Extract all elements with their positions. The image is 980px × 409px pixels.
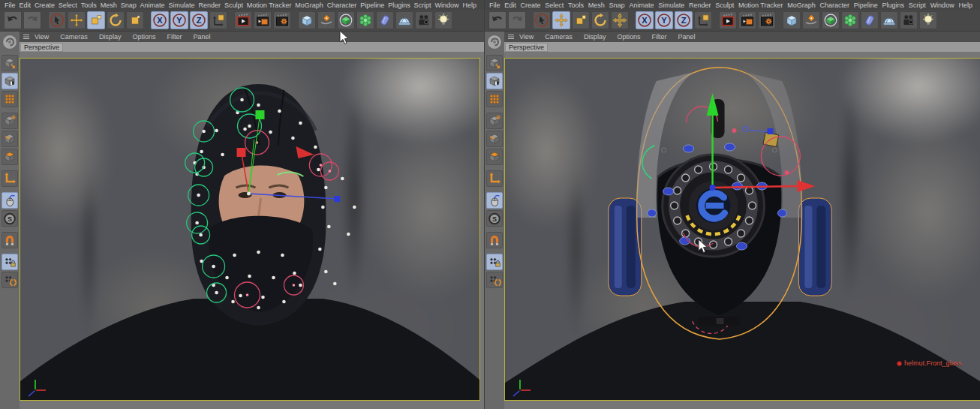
coordinate-system-button[interactable] — [694, 11, 712, 29]
viewport-menu-item[interactable]: Panel — [678, 33, 695, 41]
menu-item[interactable]: Plugins — [882, 2, 905, 9]
x-axis-lock-button[interactable]: X — [151, 11, 169, 29]
scale-tool-button[interactable] — [572, 11, 590, 29]
sidebar-model-mode[interactable] — [2, 73, 18, 89]
menu-item[interactable]: Animate — [140, 2, 165, 9]
menu-item[interactable]: Mesh — [588, 2, 605, 9]
menu-item[interactable]: Animate — [629, 2, 654, 9]
sidebar-snap-state[interactable]: S — [486, 210, 503, 227]
generators-button[interactable] — [337, 11, 355, 29]
menu-item[interactable]: Create — [35, 2, 55, 9]
sidebar-workplane[interactable] — [2, 272, 18, 288]
add-cube-button[interactable] — [783, 11, 801, 29]
viewport-menu-item[interactable]: Filter — [651, 33, 666, 41]
sidebar-model-mode[interactable] — [486, 73, 503, 89]
render-picture-viewer-button[interactable] — [254, 11, 272, 29]
viewport-menu-item[interactable]: Display — [99, 33, 122, 41]
sidebar-edges-mode[interactable] — [2, 131, 18, 147]
menu-item[interactable]: Select — [59, 2, 77, 9]
grid-icon[interactable] — [23, 33, 30, 41]
menu-item[interactable]: Select — [545, 2, 564, 9]
sidebar-workplane-lock[interactable] — [2, 254, 18, 270]
menu-item[interactable]: Mesh — [101, 2, 117, 9]
rotate-tool-button[interactable] — [107, 11, 125, 29]
viewport-menu-item[interactable]: Display — [584, 33, 606, 41]
menu-item[interactable]: Simulate — [658, 2, 684, 9]
menu-item[interactable]: MoGraph — [787, 2, 816, 9]
y-axis-lock-button[interactable]: Y — [655, 11, 673, 29]
undo-button[interactable] — [488, 11, 507, 29]
spline-pen-button[interactable] — [317, 11, 335, 29]
sidebar-workplane-lock[interactable] — [486, 254, 503, 270]
menu-item[interactable]: Motion Tracker — [247, 2, 292, 9]
z-axis-lock-button[interactable]: Z — [675, 11, 693, 29]
menu-item[interactable]: Snap — [121, 2, 137, 9]
add-cube-button[interactable] — [298, 11, 316, 29]
sidebar-polygons-mode[interactable] — [486, 149, 503, 165]
last-tool-button[interactable] — [126, 11, 144, 29]
menu-item[interactable]: Render — [689, 2, 711, 9]
helmet-ear-right[interactable] — [798, 198, 831, 296]
c4d-logo-icon[interactable] — [2, 33, 18, 51]
menu-item[interactable]: Tools — [81, 2, 97, 9]
viewport-menu-item[interactable]: View — [35, 33, 49, 41]
menu-item[interactable]: Simulate — [169, 2, 195, 9]
viewport-perspective[interactable]: helmut.Front_glass — [20, 58, 480, 401]
menu-item[interactable]: Motion Tracker — [738, 2, 783, 9]
sidebar-polygons-mode[interactable] — [2, 149, 18, 165]
menu-item[interactable]: Edit — [19, 2, 31, 9]
sidebar-points-mode[interactable] — [486, 113, 503, 129]
menu-item[interactable]: Window — [930, 2, 954, 9]
live-selection-button[interactable] — [533, 11, 551, 29]
viewport-menu-item[interactable]: Panel — [193, 33, 210, 41]
menu-item[interactable]: Render — [198, 2, 221, 9]
menu-item[interactable]: Help — [958, 2, 972, 9]
menu-item[interactable]: Plugins — [388, 2, 410, 9]
mograph-button[interactable] — [356, 11, 374, 29]
sidebar-make-editable[interactable] — [2, 55, 18, 71]
menu-item[interactable]: Script — [909, 2, 926, 9]
deformers-button[interactable] — [861, 11, 879, 29]
sidebar-enable-axis[interactable] — [486, 170, 503, 187]
sidebar-tweak-mode[interactable] — [2, 192, 18, 209]
menu-item[interactable]: Create — [521, 2, 541, 9]
viewport-menu-item[interactable]: Filter — [167, 33, 182, 41]
render-view-button[interactable] — [234, 11, 252, 29]
menu-item[interactable]: Pipeline — [360, 2, 384, 9]
redo-button[interactable] — [23, 11, 41, 29]
grid-icon[interactable] — [507, 33, 515, 41]
sidebar-snapping[interactable] — [486, 232, 503, 248]
generators-button[interactable] — [822, 11, 840, 29]
render-settings-button[interactable] — [273, 11, 291, 29]
render-picture-viewer-button[interactable] — [738, 11, 756, 29]
render-settings-button[interactable] — [758, 11, 776, 29]
viewport-menu-item[interactable]: Cameras — [60, 33, 88, 41]
light-button[interactable] — [919, 11, 937, 29]
sidebar-points-mode[interactable] — [2, 113, 18, 129]
menu-item[interactable]: Sculpt — [715, 2, 734, 9]
sidebar-texture-mode[interactable] — [2, 91, 18, 107]
sidebar-workplane[interactable] — [486, 272, 503, 288]
undo-button[interactable] — [4, 11, 22, 29]
camera-button[interactable] — [900, 11, 918, 29]
viewport-menu-item[interactable]: View — [519, 33, 534, 41]
x-axis-lock-button[interactable]: X — [636, 11, 654, 29]
render-view-button[interactable] — [719, 11, 737, 29]
menu-item[interactable]: Character — [820, 2, 850, 9]
menu-item[interactable]: Character — [327, 2, 357, 9]
environment-button[interactable] — [395, 11, 413, 29]
menu-item[interactable]: MoGraph — [295, 2, 323, 9]
menu-item[interactable]: Help — [462, 2, 476, 9]
menu-item[interactable]: File — [5, 2, 16, 9]
sidebar-edges-mode[interactable] — [486, 131, 503, 147]
menu-item[interactable]: Snap — [609, 2, 625, 9]
c4d-logo-icon[interactable] — [486, 33, 503, 51]
menu-item[interactable]: Window — [435, 2, 459, 9]
menu-item[interactable]: File — [489, 2, 501, 9]
rotate-tool-button[interactable] — [591, 11, 609, 29]
light-button[interactable] — [434, 11, 452, 29]
scale-tool-button[interactable] — [87, 11, 105, 29]
environment-button[interactable] — [880, 11, 898, 29]
y-axis-lock-button[interactable]: Y — [170, 11, 188, 29]
sidebar-snap-state[interactable]: S — [2, 210, 18, 227]
